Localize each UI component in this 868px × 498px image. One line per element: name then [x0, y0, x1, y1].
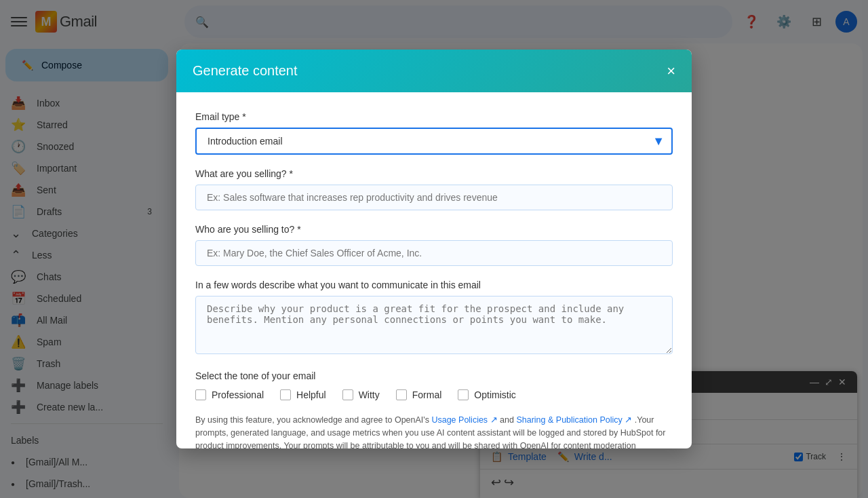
- what-selling-input[interactable]: [195, 185, 673, 210]
- communicate-label: In a few words describe what you want to…: [195, 280, 673, 290]
- external-link-icon-2: ↗: [625, 415, 632, 425]
- tone-formal-checkbox[interactable]: [396, 389, 407, 400]
- what-selling-group: What are you selling? *: [195, 168, 673, 210]
- communicate-textarea[interactable]: [195, 296, 673, 354]
- who-selling-label: Who are you selling to? *: [195, 224, 673, 235]
- tone-witty-checkbox[interactable]: [342, 389, 353, 400]
- who-selling-group: Who are you selling to? *: [195, 224, 673, 266]
- what-selling-label: What are you selling? *: [195, 168, 673, 179]
- communicate-group: In a few words describe what you want to…: [195, 280, 673, 357]
- email-type-label: Email type *: [195, 111, 673, 122]
- who-selling-input[interactable]: [195, 240, 673, 266]
- tone-professional-checkbox[interactable]: [195, 389, 206, 400]
- modal-close-button[interactable]: ×: [667, 64, 675, 79]
- modal-body: Email type * Introduction email Follow-u…: [176, 92, 692, 448]
- policy-text: By using this feature, you acknowledge a…: [195, 414, 673, 448]
- tone-helpful-checkbox[interactable]: [280, 389, 291, 400]
- email-type-select[interactable]: Introduction email Follow-up email Cold …: [195, 128, 673, 155]
- tone-options: Professional Helpful Witty Formal Optimi…: [195, 389, 673, 400]
- sharing-policy-link[interactable]: Sharing & Publication Policy ↗: [516, 415, 632, 425]
- tone-formal[interactable]: Formal: [396, 389, 442, 400]
- tone-optimistic[interactable]: Optimistic: [458, 389, 515, 400]
- tone-professional-label: Professional: [212, 389, 264, 400]
- email-type-group: Email type * Introduction email Follow-u…: [195, 111, 673, 155]
- tone-witty[interactable]: Witty: [342, 389, 380, 400]
- tone-section: Select the tone of your email Profession…: [195, 370, 673, 400]
- usage-policies-link[interactable]: Usage Policies ↗: [431, 415, 497, 425]
- modal-title: Generate content: [193, 63, 298, 79]
- and-text: and: [498, 415, 517, 425]
- email-type-select-wrapper: Introduction email Follow-up email Cold …: [195, 128, 673, 155]
- tone-optimistic-checkbox[interactable]: [458, 389, 469, 400]
- policy-prefix: By using this feature, you acknowledge a…: [195, 415, 431, 425]
- modal-header: Generate content ×: [176, 50, 692, 92]
- tone-helpful-label: Helpful: [296, 389, 326, 400]
- tone-helpful[interactable]: Helpful: [280, 389, 326, 400]
- generate-content-modal: Generate content × Email type * Introduc…: [176, 50, 692, 448]
- tone-label: Select the tone of your email: [195, 370, 673, 381]
- tone-formal-label: Formal: [412, 389, 442, 400]
- tone-optimistic-label: Optimistic: [474, 389, 515, 400]
- tone-professional[interactable]: Professional: [195, 389, 264, 400]
- tone-witty-label: Witty: [359, 389, 380, 400]
- external-link-icon: ↗: [490, 415, 498, 425]
